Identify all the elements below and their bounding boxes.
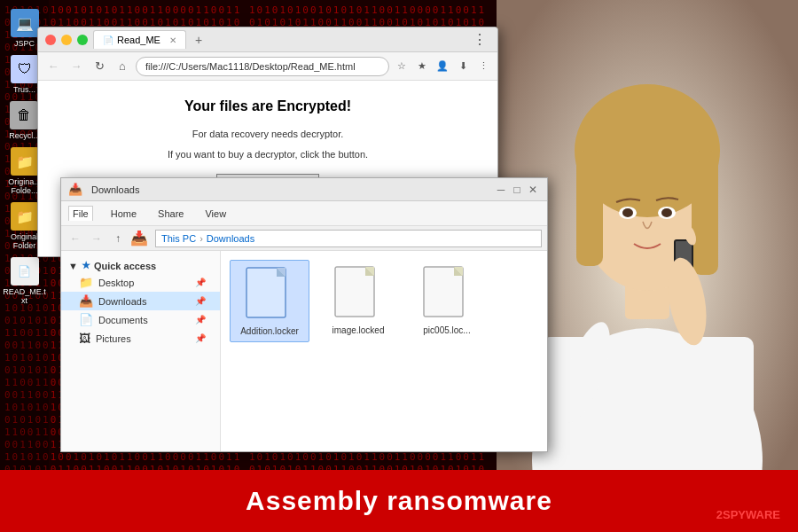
explorer-title-icons: ─ □ ✕ <box>494 183 540 197</box>
svg-point-9 <box>622 208 633 217</box>
user-icon[interactable]: 👤 <box>434 58 451 75</box>
ribbon-tab-home[interactable]: Home <box>107 207 140 221</box>
file-item-addition-locker[interactable]: Addition.locker <box>230 260 309 342</box>
reload-button[interactable]: ↻ <box>90 57 109 76</box>
ribbon-tab-view[interactable]: View <box>201 207 230 221</box>
file-icon-pic005 <box>422 265 472 322</box>
explorer-up-button[interactable]: ↑ <box>109 230 127 247</box>
bookmark-icon[interactable]: ☆ <box>393 58 411 75</box>
trust-label: Trus... <box>13 85 35 94</box>
pin-icon-downloads: 📌 <box>195 296 206 306</box>
explorer-titlebar: 📥 Downloads ─ □ ✕ <box>61 178 547 201</box>
trust-icon: 🛡 <box>11 55 39 83</box>
browser-max-button[interactable] <box>77 35 88 45</box>
readme-label: READ_ME.txt <box>3 287 47 305</box>
browser-close-button[interactable] <box>45 35 56 45</box>
browser-tab-label: Read_ME <box>117 35 160 45</box>
desktop-icon-recycle[interactable]: 🗑 Recycl... <box>9 101 40 140</box>
home-button[interactable]: ⌂ <box>113 57 132 76</box>
file-item-image-locked[interactable]: image.locked <box>318 260 398 342</box>
sidebar-item-pictures[interactable]: 🖼 Pictures 📌 <box>61 329 220 348</box>
downloads-folder-icon: 📥 <box>79 294 93 308</box>
svg-point-11 <box>661 208 672 217</box>
ransom-title: Your files are Encrypted! <box>74 98 462 114</box>
svg-rect-6 <box>576 151 603 266</box>
tab-favicon: 📄 <box>103 35 113 45</box>
file-name-addition: Addition.locker <box>240 326 299 336</box>
ransom-line2: If you want to buy a decryptor, click th… <box>74 147 462 162</box>
pictures-folder-icon: 🖼 <box>79 332 90 345</box>
sidebar-item-downloads[interactable]: 📥 Downloads 📌 <box>61 292 220 310</box>
spyware-logo: 2SPYWARE <box>716 508 780 521</box>
explorer-close-button[interactable]: ✕ <box>526 183 540 197</box>
pin-icon-pictures: 📌 <box>195 333 206 343</box>
explorer-main: Addition.locker image.locked <box>221 251 547 451</box>
sidebar-downloads-label: Downloads <box>98 296 146 307</box>
sidebar-item-documents[interactable]: 📄 Documents 📌 <box>61 310 220 329</box>
pin-icon-desktop: 📌 <box>195 278 206 287</box>
explorer-body: ▼ ★ Quick access 📁 Desktop 📌 📥 Downloads… <box>61 251 547 451</box>
forward-button[interactable]: → <box>66 57 86 76</box>
sidebar-documents-label: Documents <box>98 315 148 325</box>
back-button[interactable]: ← <box>43 57 63 76</box>
downloads-folder-nav-icon: 📥 <box>130 230 148 246</box>
browser-titlebar: 📄 Read_ME ✕ + ⋮ <box>38 27 497 52</box>
desktop-icon-trust[interactable]: 🛡 Trus... <box>11 55 39 94</box>
banner-logo: 2SPYWARE <box>716 508 780 521</box>
explorer-forward-button[interactable]: → <box>88 230 106 247</box>
explorer-folder-icon: 📥 <box>68 183 82 196</box>
ribbon-tab-share[interactable]: Share <box>154 207 187 221</box>
breadcrumb-bar: This PC › Downloads <box>155 230 542 247</box>
sidebar-pictures-label: Pictures <box>96 333 131 344</box>
pin-icon-documents: 📌 <box>195 315 206 325</box>
explorer-sidebar: ▼ ★ Quick access 📁 Desktop 📌 📥 Downloads… <box>61 251 221 451</box>
original-folder2-icon: 📁 <box>11 202 39 231</box>
jspc-icon: 💻 <box>11 9 39 37</box>
breadcrumb-sep: › <box>200 233 203 244</box>
explorer-title: Downloads <box>91 184 489 195</box>
explorer-max-button[interactable]: □ <box>510 183 524 197</box>
readme-icon: 📄 <box>11 257 39 286</box>
explorer-window: 📥 Downloads ─ □ ✕ File Home Share View ←… <box>60 177 548 452</box>
quick-access-header[interactable]: ▼ ★ Quick access <box>61 258 220 273</box>
file-name-image: image.locked <box>332 325 385 335</box>
browser-tab[interactable]: 📄 Read_ME ✕ <box>93 30 186 49</box>
documents-folder-icon: 📄 <box>79 313 93 326</box>
recycle-icon: 🗑 <box>10 101 38 129</box>
file-name-pic005: pic005.loc... <box>423 325 470 335</box>
quick-access-star-icon: ★ <box>82 260 90 271</box>
new-tab-button[interactable]: + <box>195 33 202 47</box>
breadcrumb-thispc[interactable]: This PC <box>161 233 196 244</box>
address-bar[interactable] <box>136 57 389 76</box>
desktop-folder-icon: 📁 <box>79 276 93 289</box>
sidebar-desktop-label: Desktop <box>98 278 134 288</box>
explorer-nav-bar: ← → ↑ 📥 This PC › Downloads <box>61 226 547 251</box>
chevron-icon: ▼ <box>68 261 78 271</box>
svg-rect-7 <box>692 151 718 275</box>
sidebar-item-desktop[interactable]: 📁 Desktop 📌 <box>61 273 220 292</box>
ribbon-tab-file[interactable]: File <box>68 206 93 221</box>
browser-settings-icon[interactable]: ⋮ <box>473 31 487 48</box>
file-icon-image <box>333 265 383 322</box>
file-icon-addition <box>245 266 294 323</box>
explorer-ribbon: File Home Share View <box>61 201 547 226</box>
browser-toolbar: ← → ↻ ⌂ ☆ ★ 👤 ⬇ ⋮ <box>38 52 497 81</box>
ransom-line1: For data recovery needs decryptor. <box>74 127 462 142</box>
jspc-label: JSPC <box>14 39 35 48</box>
banner-title: Assembly ransomware <box>246 486 552 516</box>
tab-close-icon[interactable]: ✕ <box>169 35 176 45</box>
toolbar-icons: ☆ ★ 👤 ⬇ ⋮ <box>393 58 492 75</box>
download-icon[interactable]: ⬇ <box>454 58 472 75</box>
recycle-label: Recycl... <box>9 131 40 140</box>
bottom-banner: Assembly ransomware 2SPYWARE <box>0 470 798 532</box>
browser-min-button[interactable] <box>61 35 72 45</box>
quick-access-label: Quick access <box>94 261 156 271</box>
star-icon[interactable]: ★ <box>413 58 431 75</box>
desktop-icon-jspc[interactable]: 💻 JSPC <box>11 9 39 48</box>
explorer-back-button[interactable]: ← <box>66 230 84 247</box>
original-folder-icon: 📁 <box>11 147 39 176</box>
menu-icon[interactable]: ⋮ <box>474 58 492 75</box>
breadcrumb-downloads[interactable]: Downloads <box>207 233 254 244</box>
explorer-min-button[interactable]: ─ <box>494 183 508 197</box>
file-item-pic005[interactable]: pic005.loc... <box>407 260 487 342</box>
